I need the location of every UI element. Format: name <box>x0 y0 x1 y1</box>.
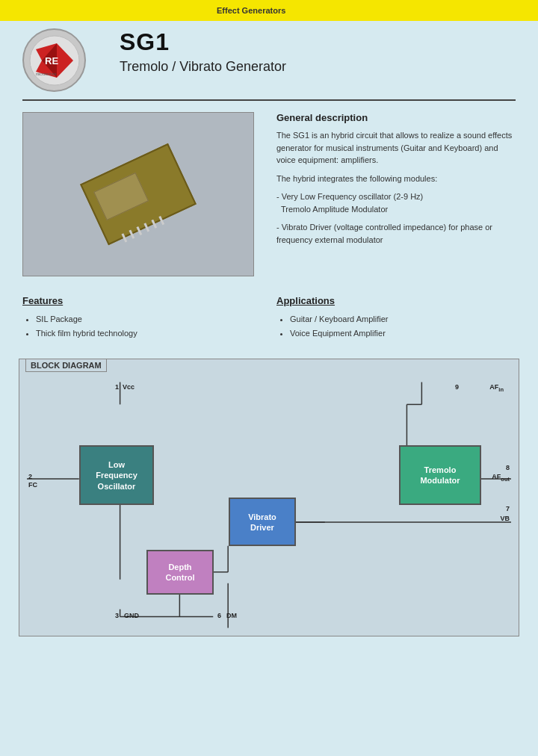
category-label: Effect Generators <box>217 6 285 15</box>
diagram-inner: 1 Vcc 2 FC 3 GND 6 DM VB 7 AFout 8 9 AFi… <box>27 382 511 628</box>
applications-title: Applications <box>276 295 516 306</box>
logo-area: RE microtechno <box>22 28 105 92</box>
pin9-number: 9 <box>455 383 459 391</box>
page: Effect Generators RE microtechno SG1 Tre… <box>0 0 538 756</box>
pin6-label: DM <box>226 612 237 619</box>
main-content: General description The SG1 is an hybrid… <box>0 101 538 288</box>
pin <box>136 226 142 235</box>
desc-para-3: - Very Low Frequency oscillator (2-9 Hz)… <box>276 190 516 215</box>
pin1-number: 1 <box>115 383 119 391</box>
feature-item-2: Thick film hybrid technology <box>36 326 262 341</box>
header-bar: Effect Generators <box>0 0 538 21</box>
block-diagram-container: BLOCK DIAGRAM <box>19 359 519 636</box>
block-diagram-label: BLOCK DIAGRAM <box>25 359 107 372</box>
pin9-label: AFin <box>489 383 504 393</box>
pcb-board <box>80 143 197 246</box>
title-area: SG1 Tremolo / Vibrato Generator <box>105 28 516 78</box>
image-column <box>22 112 262 276</box>
depth-label: DepthControl <box>165 562 194 583</box>
applications-list: Guitar / Keyboard Amplifier Voice Equipm… <box>276 312 516 340</box>
vibrato-block: VibratoDriver <box>229 498 296 546</box>
pin2-label: FC <box>28 481 37 489</box>
pin7-number: 7 <box>506 505 510 512</box>
pin <box>158 216 164 225</box>
pin8-label: AFout <box>492 473 510 483</box>
svg-text:microtechno: microtechno <box>36 72 56 76</box>
logo-svg: RE microtechno <box>28 34 81 87</box>
desc-para-1: The SG1 is an hybrid circuit that allows… <box>276 129 516 167</box>
pin <box>151 220 157 229</box>
pin <box>143 223 149 232</box>
pin <box>129 230 134 239</box>
pin8-number: 8 <box>506 464 510 471</box>
pin2-number: 2 <box>28 473 32 480</box>
applications-column: Applications Guitar / Keyboard Amplifier… <box>276 295 516 340</box>
feature-item-1: SIL Package <box>36 312 262 326</box>
product-subtitle: Tremolo / Vibrato Generator <box>120 59 516 75</box>
tremolo-block: TremoloModulator <box>399 445 481 505</box>
lfo-block: LowFrequencyOscillator <box>79 445 154 505</box>
features-title: Features <box>22 295 262 306</box>
depth-block: DepthControl <box>146 550 214 595</box>
product-title: SG1 <box>120 28 516 56</box>
product-image <box>22 112 254 276</box>
logo: RE microtechno <box>22 28 86 92</box>
pcb-pins <box>122 216 165 242</box>
features-column: Features SIL Package Thick film hybrid t… <box>22 295 262 340</box>
desc-para-2: The hybrid integrates the following modu… <box>276 173 516 185</box>
pin7-label: VB <box>500 515 510 522</box>
description-title: General description <box>276 112 516 123</box>
top-section: RE microtechno SG1 Tremolo / Vibrato Gen… <box>0 21 538 99</box>
features-list: SIL Package Thick film hybrid technology <box>22 312 262 340</box>
svg-text:RE: RE <box>45 55 58 66</box>
desc-para-4: - Vibrato Driver (voltage controlled imp… <box>276 221 516 246</box>
features-applications-section: Features SIL Package Thick film hybrid t… <box>0 288 538 347</box>
lfo-label: LowFrequencyOscillator <box>96 459 137 492</box>
application-item-2: Voice Equipment Amplifier <box>290 326 516 341</box>
pin6-number: 6 <box>217 612 221 619</box>
tremolo-label: TremoloModulator <box>420 465 460 486</box>
description-column: General description The SG1 is an hybrid… <box>276 112 516 276</box>
pin3-number: 3 <box>115 612 119 619</box>
pin3-label: GND <box>124 612 139 619</box>
vibrato-label: VibratoDriver <box>248 512 276 533</box>
application-item-1: Guitar / Keyboard Amplifier <box>290 312 516 326</box>
pin <box>122 233 128 242</box>
pin1-label: Vcc <box>123 383 134 391</box>
